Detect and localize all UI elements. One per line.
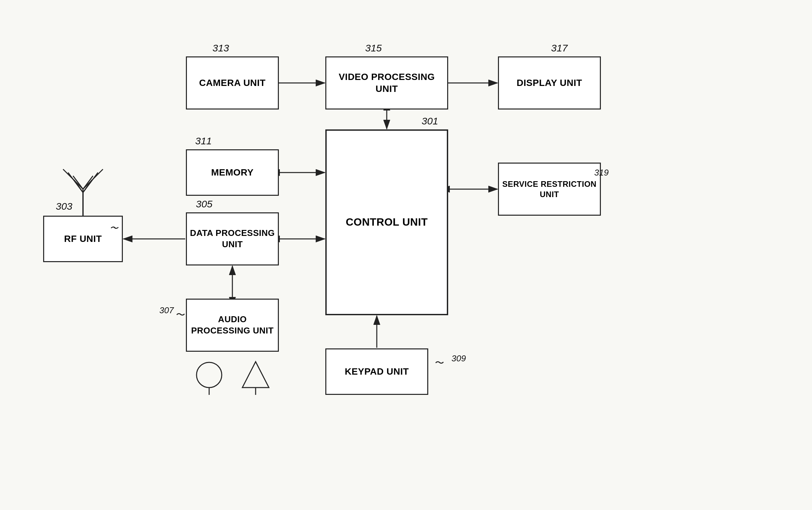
video-processing-block: VIDEO PROCESSINGUNIT [325,56,448,110]
service-restriction-num: 319 [594,168,609,178]
svg-line-25 [83,180,92,192]
speaker-icon [239,358,272,399]
data-processing-block: DATA PROCESSINGUNIT [186,212,279,266]
display-unit-block: DISPLAY UNIT [498,56,601,110]
svg-point-17 [197,362,222,388]
service-restriction-block: SERVICE RESTRICTIONUNIT [498,162,601,216]
video-processing-label: VIDEO PROCESSINGUNIT [339,71,435,95]
diagram: CAMERA UNIT 313 VIDEO PROCESSINGUNIT 315… [0,0,812,510]
keypad-unit-block: KEYPAD UNIT [325,349,428,395]
control-unit-block: CONTROL UNIT [325,129,448,315]
camera-unit-num: 313 [212,42,229,54]
microphone-icon [193,358,226,399]
data-processing-num: 305 [196,199,212,210]
audio-waveline: 〜 [176,308,185,321]
svg-marker-19 [242,362,269,388]
memory-num: 311 [195,136,212,147]
camera-unit-block: CAMERA UNIT [186,56,279,110]
video-processing-num: 315 [365,42,382,54]
svg-line-24 [74,180,83,192]
antenna-drawing [65,156,101,220]
memory-block: MEMORY [186,149,279,196]
keypad-unit-num: 309 [452,353,466,364]
memory-label: MEMORY [211,167,254,179]
control-unit-label: CONTROL UNIT [346,215,428,229]
audio-processing-label: AUDIOPROCESSING UNIT [191,314,274,336]
keypad-unit-label: KEYPAD UNIT [345,366,409,378]
rf-unit-label: RF UNIT [64,233,102,245]
display-unit-label: DISPLAY UNIT [517,77,582,89]
control-unit-num: 301 [422,116,438,127]
audio-processing-block: AUDIOPROCESSING UNIT [186,299,279,352]
service-restriction-label: SERVICE RESTRICTIONUNIT [502,179,597,200]
data-processing-label: DATA PROCESSINGUNIT [190,228,274,250]
keypad-waveline: 〜 [435,357,444,369]
camera-unit-label: CAMERA UNIT [199,77,266,89]
audio-processing-num: 307 [160,305,174,316]
display-unit-num: 317 [551,42,568,54]
rf-unit-waveline: 〜 [110,222,118,234]
